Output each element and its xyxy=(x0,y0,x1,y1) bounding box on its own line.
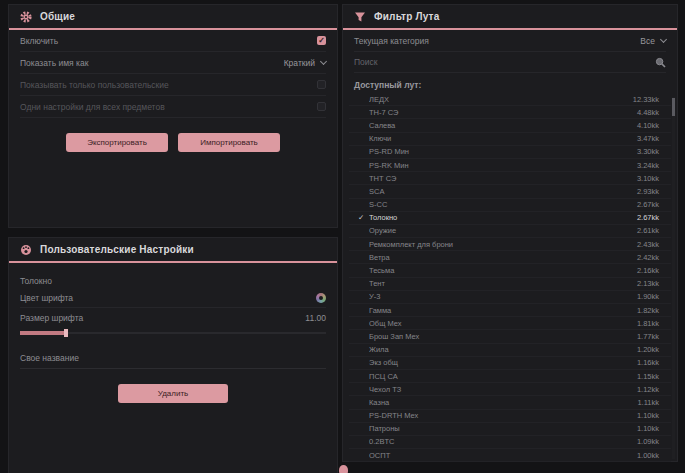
loot-item-value: 1.81kk xyxy=(637,319,659,328)
loot-list-item[interactable]: S-CC2.67kk xyxy=(349,199,671,212)
general-settings-panel: Общие Включить ✓ Показать имя как Кратки… xyxy=(8,4,338,228)
loot-list-item[interactable]: Тесьма2.16kk xyxy=(349,264,671,277)
only-custom-row: Показывать только пользовательские xyxy=(20,74,326,96)
loot-item-value: 4.48kk xyxy=(637,108,659,117)
loot-list-item[interactable]: ПСЦ СА1.15kk xyxy=(349,370,671,383)
loot-item-value: 2.67kk xyxy=(637,213,659,222)
chevron-down-icon xyxy=(660,35,667,42)
scrollbar-thumb[interactable] xyxy=(672,98,675,116)
loot-list-item[interactable]: PS-DRTH Мех1.10kk xyxy=(349,410,671,423)
category-value: Все xyxy=(640,36,655,46)
loot-list-item[interactable]: Брош Зап Мех1.77kk xyxy=(349,330,671,343)
loot-item-name: ТНТ СЭ xyxy=(369,174,637,183)
loot-item-name: Салева xyxy=(369,121,637,130)
only-custom-label: Показывать только пользовательские xyxy=(20,80,169,90)
loot-item-name: ОСПТ xyxy=(369,451,637,460)
loot-list-item[interactable]: PS-RD Мин3.30kk xyxy=(349,146,671,159)
delete-button[interactable]: Удалить xyxy=(118,384,228,403)
loot-item-value: 3.10kk xyxy=(637,174,659,183)
show-name-value: Краткий xyxy=(284,58,315,68)
font-size-row: Размер шрифта 11.00 xyxy=(20,308,326,327)
loot-list-scrollbar[interactable] xyxy=(672,97,675,459)
same-settings-checkbox[interactable] xyxy=(317,102,326,111)
loot-item-name: Оружие xyxy=(369,226,637,235)
search-icon[interactable] xyxy=(655,57,666,68)
loot-list-item[interactable]: PS-RK Мин3.24kk xyxy=(349,159,671,172)
loot-list-item[interactable]: Казна1.11kk xyxy=(349,396,671,409)
slider-thumb[interactable] xyxy=(64,329,68,337)
loot-list-item[interactable]: ЛЕДХ12.33kk xyxy=(349,93,671,106)
loot-item-value: 2.61kk xyxy=(637,226,659,235)
custom-settings-panel: Пользовательские Настройки Толокно Цвет … xyxy=(8,237,338,473)
loot-item-name: S-CC xyxy=(369,200,637,209)
category-select[interactable]: Все xyxy=(640,36,666,46)
loot-item-name: Тент xyxy=(369,279,637,288)
loot-list-item[interactable]: ТНТ СЭ3.10kk xyxy=(349,172,671,185)
loot-list-item[interactable]: Чехол ТЗ1.12kk xyxy=(349,383,671,396)
category-label: Текущая категория xyxy=(354,36,429,46)
show-name-select[interactable]: Краткий xyxy=(284,58,326,68)
font-color-row[interactable]: Цвет шрифта xyxy=(20,289,326,308)
font-size-label: Размер шрифта xyxy=(20,313,83,323)
loot-item-value: 2.13kk xyxy=(637,279,659,288)
loot-list-item[interactable]: 0.2BTC1.09kk xyxy=(349,436,671,449)
export-button[interactable]: Экспортировать xyxy=(66,133,168,152)
selected-item-name: Толокно xyxy=(20,276,326,286)
loot-item-name: Общ Мех xyxy=(369,319,637,328)
custom-name-row: Свое название xyxy=(20,347,326,369)
custom-name-input[interactable] xyxy=(79,347,326,368)
loot-list-item[interactable]: Ключи3.47kk xyxy=(349,133,671,146)
panel-title: Пользовательские Настройки xyxy=(40,244,194,255)
import-button[interactable]: Импортировать xyxy=(178,133,280,152)
loot-item-name: PS-RK Мин xyxy=(369,161,637,170)
same-settings-row: Одни настройки для всех предметов xyxy=(20,96,326,118)
loot-item-name: Ремкомплект для брони xyxy=(369,240,637,249)
export-import-row: Экспортировать Импортировать xyxy=(9,133,337,152)
loot-item-value: 2.67kk xyxy=(637,200,659,209)
loot-list-item[interactable]: Экз общ1.16kk xyxy=(349,357,671,370)
loot-item-value: 2.93kk xyxy=(637,187,659,196)
custom-panel-header: Пользовательские Настройки xyxy=(9,238,337,263)
loot-list-item[interactable]: Патроны1.10kk xyxy=(349,423,671,436)
loot-item-name: У-3 xyxy=(369,292,637,301)
loot-list-item[interactable]: Оружие2.61kk xyxy=(349,225,671,238)
loot-list-item[interactable]: Ветра2.42kk xyxy=(349,251,671,264)
loot-list-item[interactable]: SCA2.93kk xyxy=(349,185,671,198)
loot-item-value: 2.42kk xyxy=(637,253,659,262)
loot-item-value: 3.30kk xyxy=(637,147,659,156)
loot-item-value: 1.12kk xyxy=(637,385,659,394)
loot-list-item[interactable]: ОСПТ1.00kk xyxy=(349,449,671,462)
loot-list-item[interactable]: ✓Толокно2.67kk xyxy=(349,212,671,225)
loot-panel-header: Фильтр Лута xyxy=(343,5,677,30)
bottom-handle-icon[interactable] xyxy=(339,465,348,473)
color-wheel-icon[interactable] xyxy=(316,293,326,303)
search-row xyxy=(354,52,666,73)
search-input[interactable] xyxy=(354,57,655,67)
loot-list-item[interactable]: Ремкомплект для брони2.43kk xyxy=(349,238,671,251)
loot-item-value: 1.77kk xyxy=(637,332,659,341)
loot-item-name: ЛЕДХ xyxy=(369,95,633,104)
loot-list-item[interactable]: Тент2.13kk xyxy=(349,278,671,291)
show-name-label: Показать имя как xyxy=(20,58,88,68)
loot-list-item[interactable]: Жила1.20kk xyxy=(349,344,671,357)
loot-item-name: ТН-7 СЭ xyxy=(369,108,637,117)
loot-item-value: 12.33kk xyxy=(633,95,659,104)
font-size-slider[interactable] xyxy=(20,329,326,337)
loot-list-item[interactable]: ТН-7 СЭ4.48kk xyxy=(349,106,671,119)
enable-row: Включить ✓ xyxy=(20,30,326,52)
loot-item-value: 1.20kk xyxy=(637,345,659,354)
loot-item-name: Гамма xyxy=(369,306,637,315)
loot-item-name: Чехол ТЗ xyxy=(369,385,637,394)
loot-item-value: 4.10kk xyxy=(637,121,659,130)
loot-list: ЛЕДХ12.33kkТН-7 СЭ4.48kkСалева4.10kkКлюч… xyxy=(349,93,671,462)
loot-list-item[interactable]: Салева4.10kk xyxy=(349,119,671,132)
chevron-down-icon xyxy=(320,57,327,64)
loot-list-item[interactable]: Гамма1.82kk xyxy=(349,304,671,317)
loot-item-name: Ключи xyxy=(369,134,637,143)
loot-item-value: 1.11kk xyxy=(637,398,659,407)
loot-list-item[interactable]: Общ Мех1.81kk xyxy=(349,317,671,330)
font-size-value: 11.00 xyxy=(305,313,326,323)
enable-checkbox[interactable]: ✓ xyxy=(317,36,326,45)
only-custom-checkbox[interactable] xyxy=(317,80,326,89)
loot-list-item[interactable]: У-31.90kk xyxy=(349,291,671,304)
